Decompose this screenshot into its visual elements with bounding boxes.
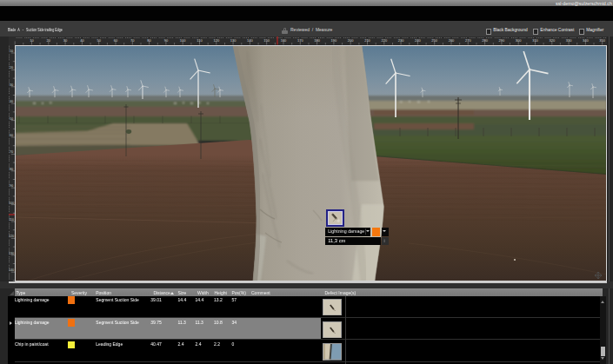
- svg-text:140: 140: [247, 38, 253, 43]
- svg-text:70: 70: [10, 150, 13, 154]
- svg-text:80: 80: [10, 168, 13, 171]
- svg-text:10: 10: [10, 50, 13, 53]
- svg-text:20: 20: [47, 38, 51, 43]
- svg-text:60: 60: [10, 134, 13, 137]
- svg-text:50: 50: [10, 117, 13, 121]
- svg-text:190: 190: [331, 38, 337, 43]
- svg-text:60: 60: [114, 38, 118, 43]
- svg-text:270: 270: [465, 38, 471, 43]
- svg-text:130: 130: [9, 252, 14, 255]
- svg-text:30: 30: [10, 83, 13, 87]
- svg-text:200: 200: [348, 38, 354, 43]
- svg-text:140: 140: [9, 268, 14, 272]
- svg-text:340: 340: [583, 38, 589, 43]
- svg-text:280: 280: [482, 38, 488, 43]
- svg-text:170: 170: [297, 38, 303, 43]
- svg-text:110: 110: [9, 218, 14, 222]
- svg-text:100: 100: [180, 38, 186, 43]
- svg-text:250: 250: [431, 38, 437, 43]
- svg-text:10: 10: [30, 38, 34, 43]
- svg-text:110: 110: [197, 38, 203, 43]
- svg-text:120: 120: [213, 38, 219, 43]
- svg-text:320: 320: [549, 38, 555, 43]
- svg-text:330: 330: [566, 38, 572, 43]
- svg-text:220: 220: [381, 38, 387, 43]
- svg-text:230: 230: [398, 38, 404, 43]
- svg-text:20: 20: [10, 66, 13, 69]
- svg-text:310: 310: [532, 38, 538, 43]
- svg-text:210: 210: [364, 38, 370, 43]
- svg-text:160: 160: [281, 38, 287, 43]
- svg-text:40: 40: [10, 100, 13, 103]
- svg-text:180: 180: [314, 38, 320, 43]
- svg-text:130: 130: [230, 38, 237, 43]
- svg-text:260: 260: [449, 38, 455, 43]
- svg-text:350: 350: [599, 38, 605, 43]
- svg-text:40: 40: [80, 38, 84, 43]
- svg-text:70: 70: [130, 38, 135, 43]
- svg-text:90: 90: [164, 38, 169, 43]
- svg-text:240: 240: [415, 38, 421, 43]
- svg-text:50: 50: [97, 38, 101, 43]
- svg-text:300: 300: [516, 38, 522, 43]
- svg-text:150: 150: [263, 38, 270, 43]
- svg-text:100: 100: [9, 202, 14, 205]
- svg-text:290: 290: [499, 38, 505, 43]
- svg-text:90: 90: [10, 184, 13, 188]
- svg-text:30: 30: [63, 38, 68, 43]
- svg-text:80: 80: [147, 38, 151, 43]
- svg-text:120: 120: [9, 235, 14, 238]
